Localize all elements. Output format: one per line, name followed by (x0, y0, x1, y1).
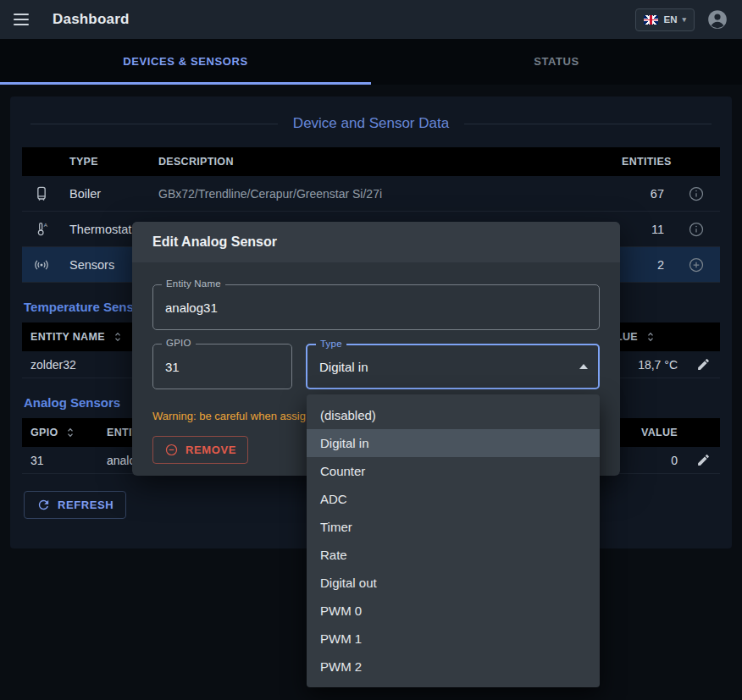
sensors-icon (22, 256, 61, 273)
gpio-input[interactable] (153, 344, 291, 389)
app-title: Dashboard (53, 11, 130, 28)
tab-devices-sensors[interactable]: DEVICES & SENSORS (0, 39, 371, 85)
col-gpio[interactable]: GPIO (30, 427, 58, 438)
menu-option-pwm2[interactable]: PWM 2 (307, 653, 600, 681)
refresh-button[interactable]: REFRESH (24, 491, 126, 519)
entity-name-field[interactable]: Entity Name (152, 284, 600, 330)
device-entities: 11 (613, 223, 673, 236)
menu-option-digital-in[interactable]: Digital in (307, 429, 600, 457)
menu-option-rate[interactable]: Rate (307, 541, 600, 569)
sort-icon[interactable] (114, 331, 122, 343)
menu-option-disabled[interactable]: (disabled) (307, 401, 600, 429)
sort-icon[interactable] (66, 427, 75, 438)
edit-icon[interactable] (686, 453, 720, 467)
col-entity-name[interactable]: ENTITY NAME (30, 331, 105, 343)
remove-button[interactable]: REMOVE (152, 436, 248, 464)
account-icon[interactable] (706, 8, 728, 30)
menu-option-pwm1[interactable]: PWM 1 (307, 625, 600, 653)
device-table-header: TYPE DESCRIPTION ENTITIES (22, 147, 720, 176)
svg-text:A: A (44, 222, 48, 228)
device-entities: 67 (613, 187, 673, 201)
device-type: Boiler (61, 187, 150, 201)
page-title: Device and Sensor Data (293, 115, 449, 132)
table-row-boiler[interactable]: Boiler GBx72/Trendline/Cerapur/Greenstar… (22, 176, 720, 212)
gpio-label: GPIO (162, 338, 196, 348)
type-dropdown-menu: (disabled) Digital in Counter ADC Timer … (307, 394, 600, 687)
type-selected-value: Digital in (307, 345, 598, 388)
gpio-field[interactable]: GPIO (152, 344, 292, 389)
edit-icon[interactable] (686, 357, 720, 372)
sort-icon[interactable] (646, 331, 655, 343)
tab-bar: DEVICES & SENSORS STATUS (0, 39, 742, 85)
language-label: EN (663, 14, 677, 25)
app-bar: Dashboard EN ▾ (0, 0, 742, 39)
chevron-up-icon (579, 364, 588, 369)
device-entities: 2 (613, 258, 673, 272)
language-selector[interactable]: EN ▾ (635, 8, 695, 31)
boiler-icon (22, 185, 61, 202)
divider (464, 124, 712, 124)
refresh-icon (36, 498, 51, 512)
col-description: DESCRIPTION (150, 156, 613, 168)
menu-option-adc[interactable]: ADC (307, 485, 600, 513)
uk-flag-icon (644, 15, 658, 25)
info-icon[interactable] (673, 185, 720, 202)
remove-label: REMOVE (186, 444, 236, 456)
menu-option-counter[interactable]: Counter (307, 457, 600, 485)
refresh-label: REFRESH (58, 499, 114, 511)
tab-status[interactable]: STATUS (371, 39, 742, 85)
menu-option-timer[interactable]: Timer (307, 513, 600, 541)
divider (30, 124, 278, 124)
device-description: GBx72/Trendline/Cerapur/Greenstar Si/27i (150, 187, 613, 201)
sensor-gpio: 31 (22, 454, 98, 467)
dialog-title: Edit Analog Sensor (132, 222, 620, 262)
col-entities: ENTITIES (613, 156, 673, 168)
entity-name-label: Entity Name (162, 278, 225, 289)
type-label: Type (316, 339, 346, 349)
type-select[interactable]: Type Digital in (306, 344, 600, 389)
hamburger-menu-icon[interactable] (14, 9, 34, 30)
entity-name-input[interactable] (153, 285, 599, 329)
col-type: TYPE (61, 156, 150, 168)
info-icon[interactable] (673, 221, 720, 238)
chevron-down-icon: ▾ (682, 15, 686, 24)
menu-option-pwm0[interactable]: PWM 0 (307, 597, 600, 625)
menu-option-digital-out[interactable]: Digital out (307, 569, 600, 597)
remove-circle-icon (164, 443, 179, 457)
thermostat-icon: A (22, 221, 61, 238)
add-circle-icon[interactable] (673, 256, 720, 273)
